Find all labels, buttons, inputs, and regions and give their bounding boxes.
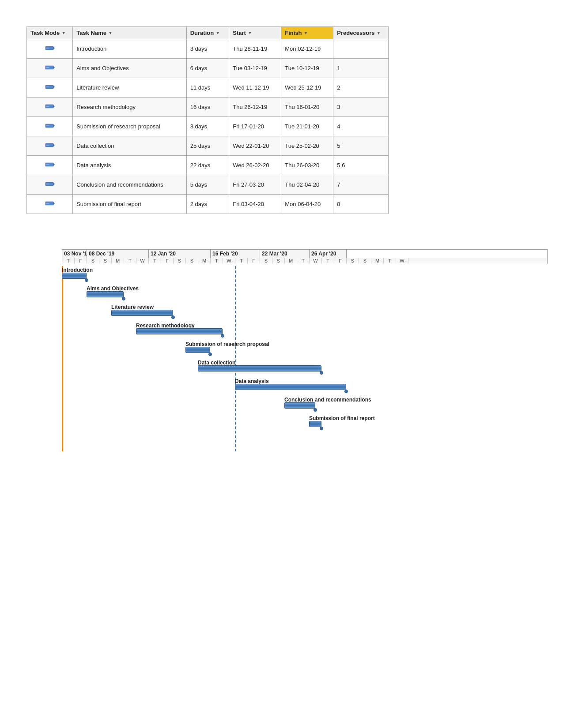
finish-cell: Tue 25-02-20 (281, 136, 333, 156)
svg-marker-13 (53, 124, 55, 127)
chart-row: Data analysis (62, 377, 548, 396)
chart-row: Aims and Objectives (62, 285, 548, 303)
chart-row: Introduction (62, 266, 548, 285)
week-cell: T (322, 258, 334, 264)
gantt-bar (185, 347, 210, 353)
finish-cell: Thu 26-03-20 (281, 156, 333, 175)
th-name-label: Task Name (76, 30, 106, 36)
table-row: Introduction3 daysThu 28-11-19Mon 02-12-… (27, 39, 389, 59)
month-cell: 16 Feb '20 (211, 250, 260, 258)
svg-rect-2 (46, 48, 49, 49)
finish-cell: Tue 21-01-20 (281, 117, 333, 136)
th-finish-label: Finish (285, 30, 302, 36)
gantt-chart-section: 03 Nov '1908 Dec '1912 Jan '2016 Feb '20… (62, 249, 548, 451)
gantt-bar (309, 421, 321, 427)
sort-arrow-predecessors[interactable]: ▼ (377, 30, 381, 35)
task-mode-icon (45, 200, 55, 207)
duration-cell: 5 days (186, 175, 229, 195)
task-name-cell: Submission of research proposal (73, 117, 187, 136)
week-cell: S (272, 258, 285, 264)
bar-label: Aims and Objectives (87, 285, 139, 292)
task-name-cell: Data analysis (73, 156, 187, 175)
gantt-table-section: Task Mode ▼ Task Name ▼ Duration ▼ (26, 26, 537, 214)
task-name-cell: Aims and Objectives (73, 59, 187, 78)
week-cell: W (223, 258, 235, 264)
week-cell: M (198, 258, 211, 264)
week-cell: S (359, 258, 371, 264)
finish-cell: Wed 25-12-19 (281, 78, 333, 98)
connector-dot (344, 390, 348, 393)
task-mode-cell (27, 195, 73, 214)
gantt-bar (62, 273, 87, 279)
start-cell: Fri 17-01-20 (229, 117, 281, 136)
week-cell: M (285, 258, 297, 264)
start-cell: Thu 26-12-19 (229, 98, 281, 117)
svg-marker-25 (53, 202, 55, 205)
predecessors-cell: 7 (333, 175, 389, 195)
task-name-cell: Data collection (73, 136, 187, 156)
gantt-bar (136, 328, 223, 334)
th-mode: Task Mode ▼ (27, 27, 73, 39)
svg-rect-20 (46, 164, 49, 165)
week-cell: T (149, 258, 161, 264)
sort-arrow-duration[interactable]: ▼ (215, 30, 220, 35)
month-cell: 26 Apr '20 (310, 250, 347, 258)
th-start: Start ▼ (229, 27, 281, 39)
chart-row: Literature review (62, 303, 548, 322)
task-mode-cell (27, 136, 73, 156)
gantt-table: Task Mode ▼ Task Name ▼ Duration ▼ (26, 26, 389, 214)
predecessors-cell: 5 (333, 136, 389, 156)
start-cell: Fri 03-04-20 (229, 195, 281, 214)
task-mode-cell (27, 98, 73, 117)
duration-cell: 16 days (186, 98, 229, 117)
predecessors-cell (333, 39, 389, 59)
svg-rect-14 (46, 125, 49, 126)
finish-cell: Thu 02-04-20 (281, 175, 333, 195)
sort-arrow-start[interactable]: ▼ (248, 30, 252, 35)
svg-rect-26 (46, 203, 49, 204)
svg-marker-19 (53, 163, 55, 166)
gantt-bar (111, 310, 173, 316)
bar-label: Data analysis (235, 378, 269, 384)
start-cell: Thu 28-11-19 (229, 39, 281, 59)
th-mode-label: Task Mode (30, 30, 60, 36)
week-cell: T (235, 258, 248, 264)
th-finish: Finish ▼ (281, 27, 333, 39)
table-row: Research methodology16 daysThu 26-12-19T… (27, 98, 389, 117)
th-predecessors-label: Predecessors (337, 30, 374, 36)
predecessors-cell: 5,6 (333, 156, 389, 175)
svg-rect-23 (46, 184, 49, 184)
connector-dot (171, 315, 175, 319)
sort-arrow-name[interactable]: ▼ (108, 30, 113, 35)
week-cell: T (62, 258, 75, 264)
task-mode-icon (45, 142, 55, 149)
task-name-cell: Conclusion and recommendations (73, 175, 187, 195)
duration-cell: 22 days (186, 156, 229, 175)
connector-dot (221, 334, 224, 338)
predecessors-cell: 8 (333, 195, 389, 214)
sort-arrow-finish[interactable]: ▼ (304, 30, 308, 35)
gantt-bar (235, 384, 346, 390)
week-cell: F (248, 258, 260, 264)
task-mode-icon (45, 83, 55, 90)
duration-cell: 3 days (186, 117, 229, 136)
bar-label: Submission of final report (309, 415, 375, 421)
week-cell: M (371, 258, 384, 264)
task-name-cell: Introduction (73, 39, 187, 59)
week-cell: W (396, 258, 408, 264)
start-cell: Fri 27-03-20 (229, 175, 281, 195)
sort-arrow-mode[interactable]: ▼ (61, 30, 66, 35)
duration-cell: 6 days (186, 59, 229, 78)
task-mode-cell (27, 78, 73, 98)
th-predecessors: Predecessors ▼ (333, 27, 389, 39)
th-start-label: Start (233, 30, 246, 36)
duration-cell: 25 days (186, 136, 229, 156)
task-mode-cell (27, 39, 73, 59)
task-mode-icon (45, 180, 55, 188)
bar-label: Submission of research proposal (185, 341, 269, 347)
chart-row: Data collection (62, 359, 548, 377)
table-row: Data analysis22 daysWed 26-02-20Thu 26-0… (27, 156, 389, 175)
week-cell: S (99, 258, 112, 264)
week-cell: T (211, 258, 223, 264)
task-mode-cell (27, 175, 73, 195)
